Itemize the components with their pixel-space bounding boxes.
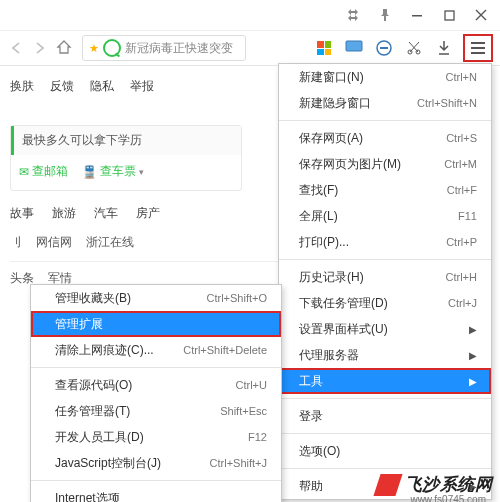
tab-travel[interactable]: 旅游 <box>52 205 76 222</box>
main-menu-item-13[interactable]: 工具▶ <box>279 368 491 394</box>
menu-item-shortcut: Ctrl+Shift+N <box>417 97 477 109</box>
menu-item-label: 查找(F) <box>299 182 437 199</box>
menu-item-label: 选项(O) <box>299 443 477 460</box>
menu-separator <box>279 468 491 469</box>
menu-item-label: 清除上网痕迹(C)... <box>55 342 173 359</box>
search-engine-icon <box>103 39 121 57</box>
arrows-icon[interactable] <box>340 4 366 26</box>
watermark-text: 飞沙系统网 <box>405 473 493 496</box>
toolbar-icons <box>314 35 492 61</box>
main-menu-item-6[interactable]: 全屏(L)F11 <box>279 203 491 229</box>
menu-item-shortcut: Ctrl+P <box>446 236 477 248</box>
svg-rect-4 <box>380 47 388 49</box>
tab-story[interactable]: 故事 <box>10 205 34 222</box>
menu-separator <box>279 259 491 260</box>
pin-icon[interactable] <box>372 4 398 26</box>
tools-submenu-item-6[interactable]: 开发人员工具(D)F12 <box>31 424 281 450</box>
svg-rect-0 <box>412 15 422 17</box>
tools-submenu-item-2[interactable]: 清除上网痕迹(C)...Ctrl+Shift+Delete <box>31 337 281 363</box>
minimize-icon[interactable] <box>404 4 430 26</box>
menu-separator <box>31 480 281 481</box>
grid-icon[interactable] <box>314 38 334 58</box>
window: ★ 新冠病毒正快速突变 换肤 反馈 隐私 举报 最快多久可以拿下学历 ✉查邮箱 … <box>0 0 500 502</box>
src-0[interactable]: 刂 <box>10 234 22 251</box>
card-ticket-link[interactable]: 🚆查车票▾ <box>82 163 144 180</box>
menu-item-shortcut: Ctrl+F <box>447 184 477 196</box>
forward-icon[interactable] <box>32 40 48 56</box>
tools-submenu-item-9[interactable]: Internet选项 <box>31 485 281 502</box>
minus-circle-icon[interactable] <box>374 38 394 58</box>
tools-submenu-item-0[interactable]: 管理收藏夹(B)Ctrl+Shift+O <box>31 285 281 311</box>
watermark-url: www.fs0745.com <box>410 494 486 502</box>
titlebar <box>0 0 500 31</box>
src-1[interactable]: 网信网 <box>36 234 72 251</box>
tools-submenu-item-4[interactable]: 查看源代码(O)Ctrl+U <box>31 372 281 398</box>
menu-item-label: 历史记录(H) <box>299 269 436 286</box>
link-report[interactable]: 举报 <box>130 78 154 95</box>
chevron-right-icon: ▶ <box>469 324 477 335</box>
address-bar[interactable]: ★ 新冠病毒正快速突变 <box>82 35 246 61</box>
main-menu-item-11[interactable]: 设置界面样式(U)▶ <box>279 316 491 342</box>
menu-item-shortcut: Ctrl+Shift+O <box>206 292 267 304</box>
main-menu-item-7[interactable]: 打印(P)...Ctrl+P <box>279 229 491 255</box>
menu-item-shortcut: Ctrl+S <box>446 132 477 144</box>
address-text: 新冠病毒正快速突变 <box>125 40 233 57</box>
link-privacy[interactable]: 隐私 <box>90 78 114 95</box>
tab-auto[interactable]: 汽车 <box>94 205 118 222</box>
tools-submenu-item-1[interactable]: 管理扩展 <box>31 311 281 337</box>
chevron-right-icon: ▶ <box>469 350 477 361</box>
main-menu-item-10[interactable]: 下载任务管理(D)Ctrl+J <box>279 290 491 316</box>
scissors-icon[interactable] <box>404 38 424 58</box>
home-icon[interactable] <box>56 39 74 57</box>
maximize-icon[interactable] <box>436 4 462 26</box>
menu-item-label: 保存网页(A) <box>299 130 436 147</box>
menu-separator <box>31 367 281 368</box>
main-menu-item-4[interactable]: 保存网页为图片(M)Ctrl+M <box>279 151 491 177</box>
menu-item-label: 管理收藏夹(B) <box>55 290 196 307</box>
download-icon[interactable] <box>434 38 454 58</box>
main-menu-item-17[interactable]: 选项(O) <box>279 438 491 464</box>
main-menu-item-5[interactable]: 查找(F)Ctrl+F <box>279 177 491 203</box>
menu-item-shortcut: Ctrl+N <box>446 71 477 83</box>
train-icon: 🚆 <box>82 165 97 179</box>
menu-item-label: 新建窗口(N) <box>299 69 436 86</box>
menu-item-label: 开发人员工具(D) <box>55 429 238 446</box>
menu-item-shortcut: Shift+Esc <box>220 405 267 417</box>
menu-item-label: 工具 <box>299 373 463 390</box>
tab-estate[interactable]: 房产 <box>136 205 160 222</box>
main-menu-item-1[interactable]: 新建隐身窗口Ctrl+Shift+N <box>279 90 491 116</box>
menu-item-label: 全屏(L) <box>299 208 448 225</box>
menu-item-label: 管理扩展 <box>55 316 267 333</box>
link-feedback[interactable]: 反馈 <box>50 78 74 95</box>
link-skin[interactable]: 换肤 <box>10 78 34 95</box>
card-mail-link[interactable]: ✉查邮箱 <box>19 163 68 180</box>
toolbar: ★ 新冠病毒正快速突变 <box>0 31 500 66</box>
menu-item-shortcut: Ctrl+U <box>236 379 267 391</box>
menu-item-label: 任务管理器(T) <box>55 403 210 420</box>
menu-item-shortcut: Ctrl+Shift+Delete <box>183 344 267 356</box>
monitor-icon[interactable] <box>344 38 364 58</box>
back-icon[interactable] <box>8 40 24 56</box>
tools-submenu-item-7[interactable]: JavaScript控制台(J)Ctrl+Shift+J <box>31 450 281 476</box>
menu-item-label: JavaScript控制台(J) <box>55 455 200 472</box>
main-menu: 新建窗口(N)Ctrl+N新建隐身窗口Ctrl+Shift+N保存网页(A)Ct… <box>278 63 492 500</box>
main-menu-item-12[interactable]: 代理服务器▶ <box>279 342 491 368</box>
main-menu-item-15[interactable]: 登录 <box>279 403 491 429</box>
menu-item-label: 下载任务管理(D) <box>299 295 438 312</box>
src-2[interactable]: 浙江在线 <box>86 234 134 251</box>
close-icon[interactable] <box>468 4 494 26</box>
main-menu-item-9[interactable]: 历史记录(H)Ctrl+H <box>279 264 491 290</box>
menu-separator <box>279 433 491 434</box>
main-menu-button[interactable] <box>464 35 492 61</box>
menu-item-shortcut: F12 <box>248 431 267 443</box>
menu-item-label: 保存网页为图片(M) <box>299 156 434 173</box>
menu-separator <box>279 398 491 399</box>
main-menu-item-0[interactable]: 新建窗口(N)Ctrl+N <box>279 64 491 90</box>
menu-item-label: 设置界面样式(U) <box>299 321 463 338</box>
menu-item-label: 代理服务器 <box>299 347 463 364</box>
menu-item-shortcut: F11 <box>458 210 477 222</box>
tools-submenu-item-5[interactable]: 任务管理器(T)Shift+Esc <box>31 398 281 424</box>
main-menu-item-3[interactable]: 保存网页(A)Ctrl+S <box>279 125 491 151</box>
watermark: 飞沙系统网 <box>377 473 493 496</box>
info-card: 最快多久可以拿下学历 ✉查邮箱 🚆查车票▾ <box>10 125 242 191</box>
